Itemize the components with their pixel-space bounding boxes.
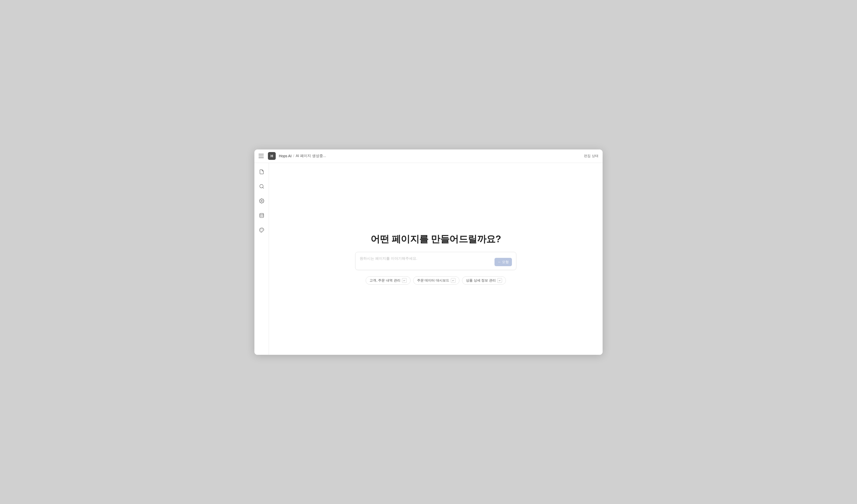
content-area: 어떤 페이지를 만들어드릴까요? ← 모형 고객, 주문 내역 관리 ↵ 주문 … (269, 163, 603, 355)
sidebar-palette-icon[interactable] (257, 225, 266, 235)
chip-label: 주문 데이터 대시보드 (417, 278, 449, 283)
chip-label: 상품 상세 정보 관리 (466, 278, 496, 283)
chip-label: 고객, 주문 내역 관리 (370, 278, 400, 283)
hamburger-button[interactable] (258, 154, 264, 158)
svg-point-2 (261, 200, 262, 201)
topbar: H Hops AI / AI 페이지 생성중... 편집 상태 (254, 149, 603, 163)
sidebar-database-icon[interactable] (257, 211, 266, 220)
chip-order-dashboard[interactable]: 주문 데이터 대시보드 ↵ (413, 276, 459, 285)
chip-customer-order[interactable]: 고객, 주문 내역 관리 ↵ (366, 276, 410, 285)
sidebar-settings-icon[interactable] (257, 196, 266, 206)
prompt-input[interactable] (360, 256, 492, 266)
main-layout: 어떤 페이지를 만들어드릴까요? ← 모형 고객, 주문 내역 관리 ↵ 주문 … (254, 163, 603, 355)
logo: H (268, 152, 276, 160)
breadcrumb-current: AI 페이지 생성중... (296, 154, 326, 158)
chip-enter-icon: ↵ (451, 278, 455, 283)
suggestion-chips: 고객, 주문 내역 관리 ↵ 주문 데이터 대시보드 ↵ 상품 상세 정보 관리… (366, 276, 506, 285)
chip-product-detail[interactable]: 상품 상세 정보 관리 ↵ (462, 276, 506, 285)
breadcrumb-home[interactable]: Hops AI (279, 154, 291, 158)
breadcrumb: Hops AI / AI 페이지 생성중... (279, 154, 326, 158)
center-section: 어떤 페이지를 만들어드릴까요? ← 모형 고객, 주문 내역 관리 ↵ 주문 … (355, 233, 516, 285)
edit-status: 편집 상태 (584, 154, 599, 158)
sidebar-document-icon[interactable] (257, 167, 266, 177)
prompt-input-wrapper: ← 모형 (355, 252, 516, 270)
chip-enter-icon: ↵ (497, 278, 502, 283)
svg-line-1 (263, 187, 264, 188)
main-title: 어떤 페이지를 만들어드릴까요? (371, 233, 501, 246)
sidebar (254, 163, 269, 355)
breadcrumb-separator: / (293, 154, 294, 158)
chip-enter-icon: ↵ (402, 278, 407, 283)
sidebar-search-icon[interactable] (257, 182, 266, 191)
app-window: H Hops AI / AI 페이지 생성중... 편집 상태 (254, 149, 603, 355)
svg-point-3 (259, 213, 264, 215)
send-button[interactable]: ← 모형 (494, 258, 512, 266)
